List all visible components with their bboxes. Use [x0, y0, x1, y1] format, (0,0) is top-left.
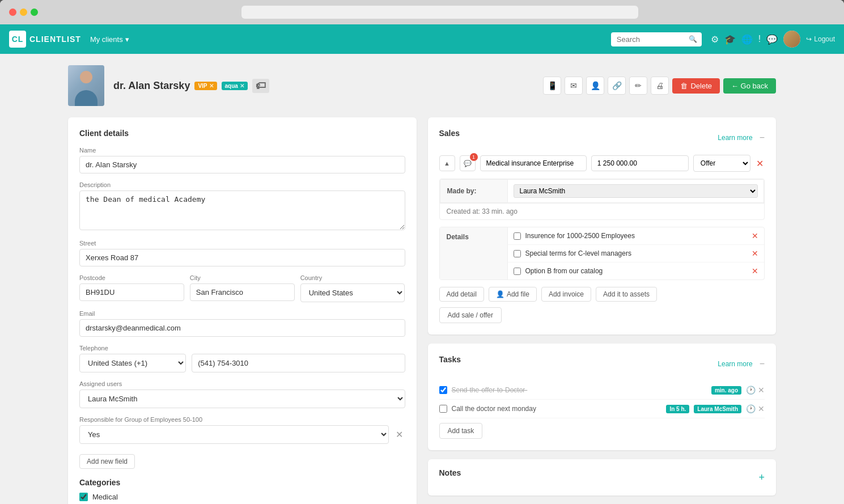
- email-button[interactable]: ✉: [565, 77, 583, 95]
- tasks-learn-more[interactable]: Learn more: [718, 360, 752, 368]
- sales-made-by-row: Made by: Laura McSmith: [440, 179, 765, 203]
- tag-icon-button[interactable]: 🏷: [252, 79, 269, 93]
- task-reschedule-1[interactable]: 🕐: [746, 386, 756, 395]
- detail-remove-3[interactable]: ✕: [752, 266, 758, 276]
- task-remove-1[interactable]: ✕: [758, 386, 765, 395]
- sales-name-input[interactable]: [480, 155, 587, 171]
- name-label: Name: [79, 147, 405, 154]
- delete-button[interactable]: 🗑 Delete: [672, 78, 720, 94]
- search-input[interactable]: [611, 32, 702, 46]
- user-button[interactable]: 👤: [586, 77, 604, 95]
- created-at-row: Created at: 33 min. ago: [440, 203, 765, 219]
- tasks-panel: Tasks Learn more − Send-the-offer-to-Doc…: [428, 344, 777, 450]
- client-header: dr. Alan Starsky VIP ✕ aqua ✕ 🏷 📱: [68, 65, 776, 106]
- detail-item-2: Special terms for C-level managers ✕: [508, 245, 765, 262]
- task-remove-2[interactable]: ✕: [758, 404, 765, 413]
- assigned-users-group: Assigned users Laura McSmith: [79, 380, 405, 408]
- sales-remove-button[interactable]: ✕: [755, 158, 765, 169]
- detail-item-1: Insurence for 1000-2500 Employees ✕: [508, 227, 765, 245]
- main-content: dr. Alan Starsky VIP ✕ aqua ✕ 🏷 📱: [0, 54, 844, 504]
- email-group: Email: [79, 310, 405, 337]
- sales-learn-more[interactable]: Learn more: [718, 134, 752, 142]
- task-checkbox-2[interactable]: [439, 405, 447, 413]
- mobile-button[interactable]: 📱: [543, 77, 561, 95]
- detail-remove-1[interactable]: ✕: [752, 231, 758, 240]
- link-button[interactable]: 🔗: [608, 77, 626, 95]
- detail-remove-2[interactable]: ✕: [752, 249, 758, 258]
- category-medical-label: Medical: [92, 493, 118, 501]
- navbar-icons: ⚙ 🎓 🌐 ! 💬 ↪ Logout: [711, 31, 835, 48]
- detail-item-3: Option B from our catalog ✕: [508, 262, 765, 279]
- add-invoice-button[interactable]: Add invoice: [541, 287, 591, 302]
- sales-type-select[interactable]: Offer Invoice: [693, 155, 750, 172]
- detail-checkbox-3[interactable]: [514, 268, 521, 275]
- client-details-title: Client details: [79, 129, 405, 138]
- chat-icon[interactable]: 💬: [766, 34, 778, 45]
- category-medical-checkbox[interactable]: [79, 493, 88, 501]
- add-file-button[interactable]: 👤 Add file: [489, 287, 537, 302]
- street-label: Street: [79, 240, 405, 247]
- go-back-button[interactable]: ← Go back: [723, 78, 776, 94]
- sales-expand-button[interactable]: ▲: [439, 155, 455, 171]
- client-name-text: dr. Alan Starsky: [113, 80, 190, 92]
- tasks-title: Tasks: [439, 355, 461, 364]
- assigned-users-select[interactable]: Laura McSmith: [79, 389, 405, 408]
- made-by-select[interactable]: Laura McSmith: [514, 184, 758, 198]
- client-name-row: dr. Alan Starsky VIP ✕ aqua ✕ 🏷: [113, 79, 534, 93]
- detail-checkbox-2[interactable]: [514, 250, 521, 257]
- print-button[interactable]: 🖨: [651, 77, 669, 95]
- add-to-assets-button[interactable]: Add it to assets: [596, 287, 657, 302]
- vip-tag-close[interactable]: ✕: [209, 83, 214, 89]
- task-text-2: Call the doctor next monday: [452, 405, 662, 413]
- url-bar[interactable]: Https://oclient.me: [241, 6, 638, 19]
- custom-field-select[interactable]: Yes No: [79, 425, 389, 444]
- add-new-field-button[interactable]: Add new field: [79, 454, 135, 469]
- country-label: Country: [300, 274, 405, 281]
- logout-button[interactable]: ↪ Logout: [806, 35, 835, 43]
- gear-icon[interactable]: ⚙: [711, 34, 719, 45]
- tasks-minimize-button[interactable]: −: [760, 359, 765, 369]
- info-icon[interactable]: !: [758, 34, 761, 44]
- phone-input[interactable]: [192, 354, 405, 372]
- description-group: Description: [79, 181, 405, 232]
- assigned-users-label: Assigned users: [79, 380, 405, 387]
- browser-window: Https://oclient.me CL CLIENTLIST My clie…: [0, 0, 844, 504]
- user-avatar[interactable]: [783, 31, 800, 48]
- sales-notify-button[interactable]: 💬 1: [460, 155, 476, 171]
- add-sale-offer-button[interactable]: Add sale / offer: [439, 307, 502, 323]
- phone-country-select[interactable]: United States (+1): [79, 354, 186, 372]
- street-input[interactable]: [79, 249, 405, 266]
- custom-field-label-text: Responsible for Group of Employees 50-10…: [79, 416, 405, 423]
- dot-yellow[interactable]: [20, 9, 27, 16]
- task-reschedule-2[interactable]: 🕐: [746, 404, 756, 413]
- add-detail-button[interactable]: Add detail: [439, 287, 484, 302]
- notes-title: Notes: [439, 468, 461, 477]
- remove-custom-field-button[interactable]: ✕: [393, 429, 405, 440]
- detail-items: Insurence for 1000-2500 Employees ✕ Spec…: [508, 227, 765, 279]
- dot-green[interactable]: [31, 9, 38, 16]
- city-input[interactable]: [190, 283, 295, 301]
- task-tag-time-2: In 5 h.: [666, 405, 689, 413]
- dot-red[interactable]: [9, 9, 16, 16]
- client-details-panel: Client details Name Description Street: [68, 117, 417, 504]
- my-clients-menu[interactable]: My clients ▾: [90, 35, 129, 44]
- country-select[interactable]: United States: [300, 283, 405, 302]
- sales-amount-input[interactable]: [591, 155, 689, 171]
- sales-action-buttons: Add detail 👤 Add file Add invoice Add it…: [439, 287, 765, 302]
- notes-add-button[interactable]: +: [758, 472, 765, 484]
- postcode-input[interactable]: [79, 283, 184, 301]
- task-checkbox-1[interactable]: [439, 386, 447, 394]
- globe-icon[interactable]: 🌐: [741, 34, 753, 45]
- description-textarea[interactable]: [79, 190, 405, 230]
- add-task-button[interactable]: Add task: [439, 423, 483, 439]
- aqua-tag-close[interactable]: ✕: [240, 83, 244, 89]
- sales-minimize-button[interactable]: −: [760, 133, 765, 143]
- email-input[interactable]: [79, 319, 405, 337]
- app-logo: CL CLIENTLIST: [9, 31, 81, 48]
- client-avatar: [68, 65, 104, 106]
- edit-button[interactable]: ✏: [629, 77, 647, 95]
- name-input[interactable]: [79, 156, 405, 173]
- detail-checkbox-1[interactable]: [514, 232, 521, 240]
- graduation-icon[interactable]: 🎓: [724, 34, 736, 45]
- sales-panel-header-right: Learn more −: [718, 133, 765, 143]
